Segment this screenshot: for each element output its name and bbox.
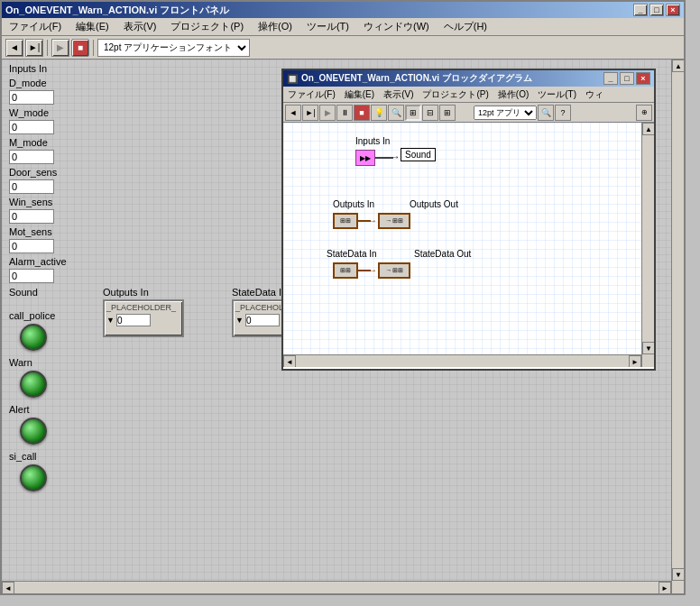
call-police-led[interactable] <box>20 324 47 351</box>
sub-bulb-btn[interactable]: 💡 <box>371 105 387 121</box>
diagram-scrollbar-v[interactable]: ▲ ▼ <box>641 123 654 367</box>
sub-maximize-button[interactable]: □ <box>620 72 634 85</box>
win-sens-input[interactable] <box>9 209 54 224</box>
scroll-left-btn[interactable]: ◄ <box>283 355 296 367</box>
diag-statedata-out-terminal[interactable]: →⊞⊞ <box>378 262 410 279</box>
sub-menu-window[interactable]: ウィ <box>583 87 606 102</box>
m-mode-label: M_mode <box>9 137 48 148</box>
sub-sep <box>456 105 473 121</box>
sub-font-select[interactable]: 12pt アプリ <box>474 106 537 120</box>
si-call-label: si_call <box>9 451 37 462</box>
sub-help-btn[interactable]: ? <box>555 105 571 121</box>
main-scrollbar-h[interactable]: ◄ ► <box>2 581 671 593</box>
sub-stop-btn[interactable]: ■ <box>354 105 370 121</box>
alarm-active-input[interactable] <box>9 269 54 283</box>
statedata-in-value[interactable] <box>245 314 280 326</box>
main-title-buttons: _ □ × <box>633 4 680 16</box>
diag-outputs-in-terminal[interactable]: ⊞⊞ <box>333 213 358 229</box>
sub-menu-edit[interactable]: 編集(E) <box>342 87 377 102</box>
door-sens-label: Door_sens <box>9 167 57 178</box>
main-window-title: On_ONEVENT_Warn_ACTION.vi フロントパネル <box>5 4 633 17</box>
menu-help[interactable]: ヘルプ(H) <box>440 19 491 34</box>
minimize-button[interactable]: _ <box>633 4 648 16</box>
sub-run-btn[interactable]: ▶ <box>319 105 336 121</box>
w-mode-label: W_mode <box>9 107 49 118</box>
diag-sound-box[interactable]: Sound <box>401 148 436 161</box>
diagram-area: ▲ ▼ ◄ ► Inputs In ▶▶ <box>283 123 654 367</box>
diagram-scrollbar-h[interactable]: ◄ ► <box>283 354 641 367</box>
scroll-down-btn[interactable]: ▼ <box>642 342 654 354</box>
back-button[interactable]: ◄ <box>5 39 23 57</box>
sub-back-btn[interactable]: ◄ <box>285 105 301 121</box>
font-select[interactable]: 12pt アプリケーションフォント <box>97 39 250 57</box>
menu-tools[interactable]: ツール(T) <box>303 19 353 34</box>
warn-label: Warn <box>9 357 32 368</box>
menu-project[interactable]: プロジェクト(P) <box>167 19 247 34</box>
mot-sens-input[interactable] <box>9 239 54 253</box>
sub-menu-bar: ファイル(F) 編集(E) 表示(V) プロジェクト(P) 操作(O) ツール(… <box>283 87 654 103</box>
sub-menu-view[interactable]: 表示(V) <box>381 87 416 102</box>
diag-inputs-terminal-icon: ▶▶ <box>360 154 371 162</box>
outputs-in-value[interactable] <box>116 314 151 326</box>
sub-corner-icon: ⊕ <box>636 105 652 121</box>
outputs-in-arrow: ▼ <box>106 316 115 325</box>
maximize-button[interactable]: □ <box>649 4 664 16</box>
menu-operate[interactable]: 操作(O) <box>254 19 296 34</box>
diag-outputs-out-label: Outputs Out <box>410 199 458 209</box>
m-mode-input[interactable] <box>9 150 54 164</box>
sub-search-btn[interactable]: 🔍 <box>538 105 554 121</box>
sub-window: 🔲 On_ONEVENT_Warn_ACTION.vi ブロックダイアグラム _… <box>281 69 656 371</box>
sub-menu-file[interactable]: ファイル(F) <box>285 87 338 102</box>
si-call-led[interactable] <box>20 464 47 491</box>
menu-view[interactable]: 表示(V) <box>120 19 161 34</box>
sub-probe-btn[interactable]: 🔍 <box>388 105 404 121</box>
sub-expand-btn[interactable]: ⊞ <box>439 105 456 121</box>
sub-close-button[interactable]: × <box>636 72 650 85</box>
scroll-track-h <box>296 355 629 367</box>
stop-button[interactable]: ■ <box>71 39 89 57</box>
scroll-right-btn[interactable]: ► <box>629 355 641 367</box>
d-mode-input[interactable] <box>9 90 54 105</box>
diag-statedata-in-label: StateData In <box>327 249 377 259</box>
alert-label: Alert <box>9 404 30 415</box>
scroll-up-btn[interactable]: ▲ <box>642 123 654 135</box>
sub-menu-project[interactable]: プロジェクト(P) <box>419 87 491 102</box>
main-scroll-left[interactable]: ◄ <box>2 582 14 593</box>
diag-inputs-terminal[interactable]: ▶▶ <box>355 150 375 166</box>
sub-forward-btn[interactable]: ►| <box>302 105 318 121</box>
alert-led[interactable] <box>20 418 47 445</box>
sub-minimize-button[interactable]: _ <box>603 72 618 85</box>
menu-file[interactable]: ファイル(F) <box>5 19 65 34</box>
scrollbar-h-inner: ◄ ► <box>283 355 641 367</box>
w-mode-input[interactable] <box>9 120 54 134</box>
toolbar-sep1 <box>47 40 48 56</box>
sub-toolbar: ◄ ►| ▶ ⏸ ■ 💡 🔍 ⊞ ⊟ ⊞ 12pt アプリ 🔍 ? ⊕ <box>283 103 654 123</box>
close-button[interactable]: × <box>666 4 680 16</box>
main-window: On_ONEVENT_Warn_ACTION.vi フロントパネル _ □ × … <box>0 0 686 595</box>
toolbar-sep2 <box>93 40 94 56</box>
door-sens-input[interactable] <box>9 179 54 194</box>
inputs-in-label: Inputs In <box>9 63 47 74</box>
run-button[interactable]: ▶ <box>51 39 69 57</box>
content-area: Inputs In D_mode W_mode M_mode Door_sens… <box>2 60 684 593</box>
menu-edit[interactable]: 編集(E) <box>72 19 113 34</box>
main-menu-bar: ファイル(F) 編集(E) 表示(V) プロジェクト(P) 操作(O) ツール(… <box>2 18 684 36</box>
main-scroll-up[interactable]: ▲ <box>672 60 684 72</box>
diag-outputs-out-terminal[interactable]: →⊞⊞ <box>378 213 410 229</box>
main-scroll-right[interactable]: ► <box>659 582 671 593</box>
sub-pause-btn[interactable]: ⏸ <box>336 105 353 121</box>
diag-statedata-in-terminal[interactable]: ⊞⊞ <box>333 262 358 279</box>
warn-led[interactable] <box>20 371 47 398</box>
menu-window[interactable]: ウィンドウ(W) <box>360 19 433 34</box>
main-scroll-track <box>14 582 659 593</box>
main-scrollbar-v[interactable]: ▲ ▼ <box>671 60 684 593</box>
sub-snap-btn[interactable]: ⊞ <box>405 105 421 121</box>
outputs-in-placeholder: _PLACEHOLDER_ <box>106 303 176 312</box>
forward-button[interactable]: ►| <box>25 39 43 57</box>
sub-menu-operate[interactable]: 操作(O) <box>495 87 531 102</box>
sub-menu-tools[interactable]: ツール(T) <box>535 87 579 102</box>
sub-align-btn[interactable]: ⊟ <box>422 105 438 121</box>
diag-arrow-right: → <box>390 149 401 165</box>
statedata-in-section-label: StateData In <box>232 287 287 298</box>
main-scroll-down[interactable]: ▼ <box>672 568 684 581</box>
